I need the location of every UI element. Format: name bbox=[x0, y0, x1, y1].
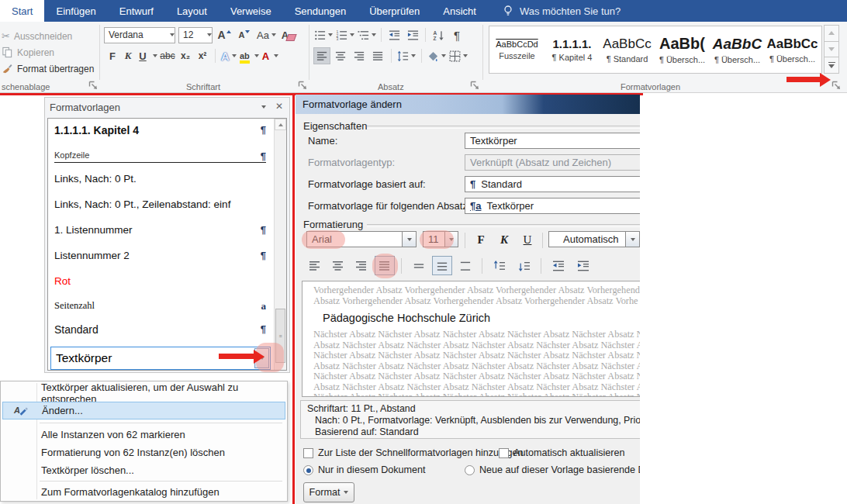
dialog-align-center-button[interactable] bbox=[328, 256, 348, 275]
gallery-style-kapitel4[interactable]: 1.1.1.1. ¶ Kapitel 4 bbox=[544, 26, 600, 73]
gallery-more-button[interactable] bbox=[824, 57, 839, 74]
only-document-radio[interactable] bbox=[303, 465, 313, 475]
strikethrough-button[interactable]: abc bbox=[159, 47, 176, 64]
bullets-button[interactable] bbox=[313, 26, 334, 43]
text-effects-button[interactable]: A bbox=[220, 47, 237, 64]
align-left-button[interactable] bbox=[313, 47, 330, 64]
decrease-indent-button[interactable] bbox=[385, 26, 403, 43]
format-button[interactable]: Format bbox=[303, 482, 354, 502]
one-half-spacing-button[interactable] bbox=[432, 256, 452, 275]
pane-style-rot[interactable]: Rot bbox=[54, 275, 266, 287]
font-name-combo[interactable]: Verdana bbox=[104, 27, 175, 43]
gallery-style-ueberschrift2[interactable]: AaBbC ¶ Übersch... bbox=[710, 26, 765, 73]
subscript-button[interactable]: x₂ bbox=[178, 47, 193, 64]
gallery-style-fusszeile[interactable]: AaBbCcDd Fusszeile bbox=[489, 26, 544, 73]
double-spacing-button[interactable] bbox=[455, 256, 475, 275]
show-paragraph-marks-button[interactable]: ¶ bbox=[448, 26, 465, 43]
pane-style-listennummer[interactable]: 1. Listennummer¶ bbox=[54, 224, 266, 236]
borders-button[interactable] bbox=[448, 47, 468, 64]
underline-button[interactable]: U bbox=[137, 47, 149, 64]
tab-sendungen[interactable]: Sendungen bbox=[283, 0, 358, 22]
pane-style-standard[interactable]: Standard¶ bbox=[54, 323, 266, 336]
superscript-button[interactable]: x² bbox=[195, 47, 210, 64]
gallery-scroll-up-button[interactable] bbox=[824, 25, 839, 42]
next-paragraph-combo[interactable]: ¶aTextkörper bbox=[465, 198, 640, 214]
sort-button[interactable] bbox=[430, 26, 447, 43]
align-center-button[interactable] bbox=[332, 47, 349, 64]
gallery-style-standard[interactable]: AaBbCc ¶ Standard bbox=[600, 26, 655, 73]
bold-button[interactable]: F bbox=[105, 47, 119, 64]
pane-style-kopfzeile[interactable]: Kopfzeile¶ bbox=[54, 150, 266, 163]
based-on-combo[interactable]: ¶Standard bbox=[465, 176, 640, 192]
tab-verweise[interactable]: Verweise bbox=[219, 0, 283, 22]
align-right-button[interactable] bbox=[351, 47, 368, 64]
clear-formatting-button[interactable]: A bbox=[280, 26, 297, 43]
combo-arrow-button[interactable] bbox=[444, 232, 458, 247]
menu-item-select-all-instances[interactable]: Alle Instanzen von 62 markieren bbox=[2, 426, 285, 444]
font-color-combo[interactable]: Automatisch bbox=[548, 231, 640, 247]
increase-space-before-button[interactable] bbox=[489, 256, 510, 275]
format-painter-button[interactable]: Format übertragen bbox=[2, 60, 94, 77]
pane-close-icon[interactable]: ✕ bbox=[275, 101, 283, 112]
gallery-style-ueberschrift1[interactable]: AaBb( ¶ Übersch... bbox=[655, 26, 710, 73]
menu-item-add-to-gallery[interactable]: Zum Formatvorlagenkatalog hinzufügen bbox=[2, 483, 285, 501]
numbering-button[interactable] bbox=[335, 26, 355, 43]
menu-item-modify[interactable]: A Ändern... bbox=[2, 402, 285, 419]
single-spacing-button[interactable] bbox=[409, 256, 429, 275]
clipboard-dialog-launcher[interactable] bbox=[88, 81, 99, 91]
pane-style-kapitel4[interactable]: 1.1.1.1. Kapitel 4¶ bbox=[54, 124, 266, 136]
combo-arrow-button[interactable] bbox=[402, 232, 416, 247]
menu-item-delete-style[interactable]: Textkörper löschen... bbox=[2, 461, 285, 479]
pane-style-listennummer2[interactable]: Listennummer 2¶ bbox=[54, 250, 266, 261]
tab-layout[interactable]: Layout bbox=[165, 0, 219, 22]
increase-indent-button[interactable] bbox=[404, 26, 421, 43]
cut-button[interactable]: ✂ Ausschneiden bbox=[2, 28, 94, 44]
menu-item-clear-formatting[interactable]: Formatierung von 62 Instanz(en) löschen bbox=[2, 444, 285, 461]
tab-start[interactable]: Start bbox=[0, 0, 44, 22]
pane-scrollbar[interactable]: ≡ bbox=[274, 119, 286, 370]
dialog-justify-button[interactable] bbox=[375, 256, 395, 275]
menu-item-update-style[interactable]: Textkörper aktualisieren, um der Auswahl… bbox=[2, 384, 285, 402]
tab-entwurf[interactable]: Entwurf bbox=[108, 0, 165, 22]
tab-ansicht[interactable]: Ansicht bbox=[431, 0, 488, 22]
new-documents-radio[interactable] bbox=[465, 465, 475, 475]
dialog-align-left-button[interactable] bbox=[305, 256, 325, 275]
dialog-bold-button[interactable]: F bbox=[471, 230, 491, 250]
font-dialog-launcher[interactable] bbox=[298, 81, 308, 91]
dialog-decrease-indent-button[interactable] bbox=[548, 256, 569, 275]
dialog-increase-indent-button[interactable] bbox=[573, 256, 593, 275]
dialog-underline-button[interactable]: U bbox=[517, 230, 538, 250]
italic-button[interactable]: K bbox=[121, 47, 135, 64]
change-case-button[interactable]: Aa bbox=[256, 26, 277, 43]
combo-arrow-button[interactable] bbox=[625, 232, 639, 247]
decrease-space-after-button[interactable] bbox=[514, 256, 534, 275]
gallery-scroll-down-button[interactable] bbox=[824, 41, 839, 58]
auto-update-checkbox[interactable] bbox=[499, 448, 509, 458]
dialog-italic-button[interactable]: K bbox=[494, 230, 514, 250]
paragraph-dialog-launcher[interactable] bbox=[470, 81, 480, 91]
dialog-font-size-combo[interactable]: 11 bbox=[423, 231, 458, 247]
dialog-title-bar[interactable]: Formatvorlage ändern bbox=[296, 95, 640, 114]
font-color-button[interactable]: A bbox=[261, 47, 279, 64]
quick-style-checkbox[interactable] bbox=[303, 448, 313, 458]
dialog-align-right-button[interactable] bbox=[351, 256, 372, 275]
justify-button[interactable] bbox=[369, 47, 386, 64]
line-spacing-button[interactable] bbox=[396, 47, 417, 64]
pane-style-links1[interactable]: Links, Nach: 0 Pt. bbox=[54, 173, 266, 185]
underline-dropdown-icon[interactable] bbox=[153, 54, 157, 57]
multilevel-list-button[interactable] bbox=[357, 26, 377, 43]
dialog-font-name-combo[interactable]: Arial bbox=[306, 231, 417, 247]
pane-scroll-thumb[interactable]: ≡ bbox=[275, 309, 285, 363]
tab-ueberpruefen[interactable]: Überprüfen bbox=[358, 0, 431, 22]
copy-button[interactable]: Kopieren bbox=[2, 44, 94, 60]
grow-font-button[interactable]: A bbox=[216, 26, 233, 43]
shrink-font-button[interactable]: A bbox=[236, 26, 253, 43]
pane-style-seitenzahl[interactable]: Seitenzahla bbox=[54, 300, 266, 312]
tab-einfuegen[interactable]: Einfügen bbox=[44, 0, 107, 22]
styles-dialog-launcher[interactable] bbox=[831, 81, 842, 91]
font-size-combo[interactable]: 12 bbox=[178, 27, 213, 43]
pane-menu-chevron-icon[interactable] bbox=[261, 105, 266, 109]
gallery-style-ueberschrift3[interactable]: AaBbCc ¶ Übersch... bbox=[765, 26, 820, 73]
tell-me-box[interactable]: Was möchten Sie tun? bbox=[488, 0, 621, 22]
shading-button[interactable] bbox=[427, 47, 447, 64]
